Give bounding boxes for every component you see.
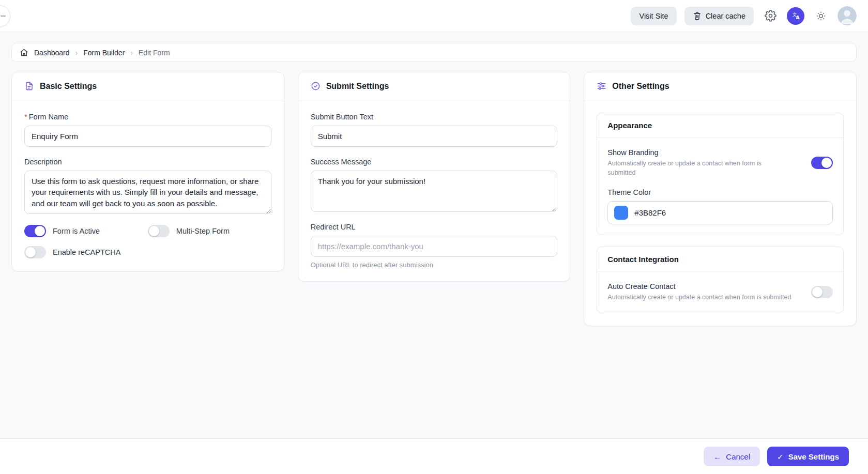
trash-icon — [693, 11, 702, 20]
chevron-right-icon: › — [75, 49, 78, 57]
basic-settings-title: Basic Settings — [40, 82, 97, 91]
submit-settings-title: Submit Settings — [326, 82, 389, 91]
appearance-title: Appearance — [597, 113, 843, 138]
multi-step-row: Multi-Step Form — [148, 225, 271, 237]
chevron-right-icon: › — [130, 49, 133, 57]
toggle-knob — [149, 226, 159, 236]
save-settings-button[interactable]: ✓ Save Settings — [767, 447, 849, 466]
show-branding-info: Show Branding Automatically create or up… — [607, 148, 763, 177]
toggle-knob — [821, 158, 832, 168]
basic-settings-card: Basic Settings *Form Name Description Us… — [11, 72, 284, 271]
theme-color-input[interactable]: #3B82F6 — [607, 201, 833, 224]
description-field: Description Use this form to ask questio… — [24, 158, 271, 214]
visit-site-button[interactable]: Visit Site — [631, 7, 676, 25]
left-arrow-icon: ← — [713, 453, 721, 461]
breadcrumb-form-builder[interactable]: Form Builder — [83, 49, 125, 57]
show-branding-row: Show Branding Automatically create or up… — [607, 148, 833, 177]
auto-create-contact-toggle[interactable] — [811, 286, 833, 298]
submit-settings-header: Submit Settings — [298, 72, 570, 100]
cancel-label: Cancel — [726, 452, 750, 461]
success-message-label: Success Message — [311, 158, 558, 166]
submit-settings-card: Submit Settings Submit Button Text Succe… — [298, 72, 571, 282]
footer-action-bar: ← Cancel ✓ Save Settings — [0, 438, 868, 474]
recaptcha-row: Enable reCAPTCHA — [24, 246, 148, 258]
other-settings-title: Other Settings — [612, 82, 669, 91]
multi-step-label: Multi-Step Form — [176, 227, 230, 235]
main-content: Dashboard › Form Builder › Edit Form Bas… — [0, 32, 868, 438]
check-circle-icon — [311, 81, 321, 91]
sidebar-collapse-button[interactable] — [0, 5, 10, 27]
redirect-url-field: Redirect URL Optional URL to redirect af… — [311, 223, 558, 269]
appearance-subcard: Appearance Show Branding Automatically c… — [597, 113, 844, 235]
clear-cache-label: Clear cache — [706, 12, 745, 20]
appearance-body: Show Branding Automatically create or up… — [597, 138, 843, 235]
home-icon[interactable] — [20, 48, 28, 57]
submit-button-text-field: Submit Button Text — [311, 113, 558, 147]
user-avatar[interactable] — [837, 6, 857, 25]
show-branding-toggle[interactable] — [811, 157, 833, 169]
check-icon: ✓ — [777, 453, 784, 461]
visit-site-label: Visit Site — [639, 12, 668, 20]
contact-integration-subcard: Contact Integration Auto Create Contact … — [597, 247, 844, 313]
other-settings-body: Appearance Show Branding Automatically c… — [584, 100, 856, 326]
redirect-url-label: Redirect URL — [311, 223, 558, 231]
contact-integration-title: Contact Integration — [597, 247, 843, 272]
theme-color-field: Theme Color #3B82F6 — [607, 188, 833, 224]
toggle-knob — [812, 287, 823, 297]
form-active-row: Form is Active — [24, 225, 148, 237]
sun-icon — [815, 10, 827, 22]
show-branding-description: Automatically create or update a contact… — [607, 159, 763, 177]
form-active-label: Form is Active — [53, 227, 100, 235]
redirect-url-input[interactable] — [311, 236, 558, 257]
success-message-textarea[interactable]: Thank you for your submission! — [311, 171, 558, 212]
theme-brightness-button[interactable] — [812, 7, 830, 25]
theme-color-value: #3B82F6 — [634, 208, 666, 217]
show-branding-label: Show Branding — [607, 148, 763, 157]
collapse-dash-icon — [1, 16, 6, 17]
avatar-placeholder-icon — [837, 6, 857, 25]
submit-settings-body: Submit Button Text Success Message Thank… — [298, 100, 570, 281]
multi-step-toggle[interactable] — [148, 225, 170, 237]
breadcrumb: Dashboard › Form Builder › Edit Form — [11, 43, 857, 62]
toggle-knob — [25, 247, 36, 257]
cancel-button[interactable]: ← Cancel — [704, 447, 760, 466]
recaptcha-label: Enable reCAPTCHA — [53, 248, 120, 256]
auto-create-contact-description: Automatically create or update a contact… — [607, 293, 791, 302]
basic-settings-body: *Form Name Description Use this form to … — [12, 100, 284, 271]
breadcrumb-edit-form: Edit Form — [139, 49, 170, 57]
auto-create-contact-row: Auto Create Contact Automatically create… — [607, 282, 833, 302]
contact-integration-body: Auto Create Contact Automatically create… — [597, 272, 843, 313]
document-icon — [24, 81, 34, 91]
basic-settings-header: Basic Settings — [12, 72, 284, 100]
form-name-input[interactable] — [24, 126, 271, 147]
auto-create-contact-info: Auto Create Contact Automatically create… — [607, 282, 791, 302]
submit-button-text-label: Submit Button Text — [311, 113, 558, 121]
breadcrumb-dashboard[interactable]: Dashboard — [34, 49, 70, 57]
required-asterisk: * — [24, 113, 27, 121]
top-header: Visit Site Clear cache 文 A — [0, 0, 868, 32]
theme-color-label: Theme Color — [607, 188, 833, 196]
other-settings-card: Other Settings Appearance Show Branding … — [584, 72, 857, 326]
svg-text:A: A — [796, 15, 799, 20]
settings-gear-button[interactable] — [762, 7, 779, 25]
gear-icon — [765, 10, 776, 22]
clear-cache-button[interactable]: Clear cache — [684, 7, 754, 25]
recaptcha-toggle[interactable] — [24, 246, 46, 258]
redirect-url-hint: Optional URL to redirect after submissio… — [311, 261, 558, 269]
color-swatch[interactable] — [614, 206, 628, 220]
form-name-field: *Form Name — [24, 113, 271, 147]
save-settings-label: Save Settings — [788, 452, 839, 461]
success-message-field: Success Message Thank you for your submi… — [311, 158, 558, 212]
description-textarea[interactable]: Use this form to ask questions, request … — [24, 171, 271, 214]
basic-toggles: Form is Active Multi-Step Form Enable re… — [24, 225, 271, 258]
toggle-knob — [35, 226, 45, 236]
auto-create-contact-label: Auto Create Contact — [607, 282, 791, 290]
description-label: Description — [24, 158, 271, 166]
translate-icon: 文 A — [791, 11, 800, 21]
form-name-label: *Form Name — [24, 113, 271, 121]
form-active-toggle[interactable] — [24, 225, 46, 237]
language-translate-button[interactable]: 文 A — [787, 7, 804, 25]
settings-cards: Basic Settings *Form Name Description Us… — [11, 72, 857, 326]
submit-button-text-input[interactable] — [311, 126, 558, 147]
other-settings-header: Other Settings — [584, 72, 856, 100]
